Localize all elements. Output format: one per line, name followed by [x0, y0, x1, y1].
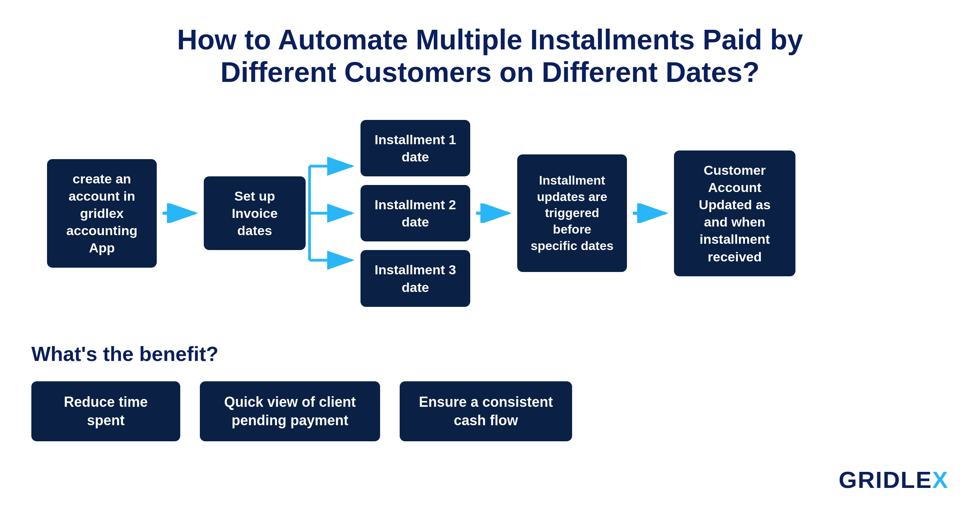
customer-updated-box: Customer Account Updated as and when ins…	[674, 150, 795, 276]
gridlex-name: GRIDLEX	[839, 466, 949, 493]
benefit1-box: Reduce time spent	[31, 381, 180, 442]
main-title: How to Automate Multiple Installments Pa…	[31, 24, 949, 89]
arrow-2	[474, 203, 513, 223]
step1-box: create an account in gridlex accounting …	[47, 159, 157, 268]
page-container: How to Automate Multiple Installments Pa…	[0, 0, 980, 513]
benefits-section: What's the benefit? Reduce time spent Qu…	[31, 342, 949, 442]
benefits-title: What's the benefit?	[31, 342, 949, 366]
arrow-1	[161, 203, 200, 223]
branch-boxes: Installment 1 date Installment 2 date In…	[360, 120, 470, 307]
benefit3-box: Ensure a consistent cash flow	[400, 381, 572, 442]
gridlex-logo: GRIDLEX	[839, 466, 949, 493]
triggered-box: Installment updates are triggered before…	[517, 154, 627, 272]
branch-container: Installment 1 date Installment 2 date In…	[306, 120, 470, 307]
installment1-box: Installment 1 date	[360, 120, 470, 176]
flow-section: create an account in gridlex accounting …	[31, 120, 949, 307]
installment3-box: Installment 3 date	[360, 250, 470, 306]
installment2-box: Installment 2 date	[360, 185, 470, 241]
benefit2-box: Quick view of client pending payment	[200, 381, 380, 442]
benefits-row: Reduce time spent Quick view of client p…	[31, 381, 949, 442]
branch-arrows-svg	[306, 139, 360, 288]
arrow-3	[631, 203, 670, 223]
gridlex-x-letter: X	[932, 467, 949, 493]
step2-box: Set up Invoice dates	[204, 176, 306, 250]
